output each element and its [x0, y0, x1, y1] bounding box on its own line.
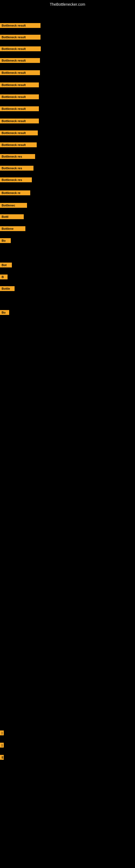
bottleneck-result-badge: Bottleneck result — [0, 130, 38, 135]
bottleneck-result-badge: | — [0, 743, 4, 748]
bottleneck-result-badge: B — [0, 275, 8, 279]
bottleneck-result-badge: Bottleneck result — [0, 106, 39, 111]
bottleneck-result-badge: E — [0, 755, 4, 760]
bottleneck-result-badge: Bottle — [0, 286, 14, 291]
bottleneck-result-badge: | — [0, 731, 4, 735]
bottleneck-result-badge: Bottleneck result — [0, 83, 39, 87]
bottleneck-result-badge: Bottleneck result — [0, 35, 41, 40]
bottleneck-result-badge: Bottleneck result — [0, 119, 39, 123]
bottleneck-result-badge: Bot — [0, 262, 12, 268]
bottleneck-result-badge: Bottleneck result — [0, 94, 39, 99]
bottleneck-result-badge: Bottleneck result — [0, 143, 37, 147]
bottleneck-result-badge: Bottleneck result — [0, 23, 41, 28]
bottleneck-result-badge: Bottleneck result — [0, 46, 41, 51]
bottleneck-result-badge: Bo — [0, 238, 11, 243]
bottleneck-result-badge: Bo — [0, 310, 9, 315]
bottleneck-result-badge: Bottlene — [0, 226, 26, 231]
bottleneck-result-badge: Bottleneck res — [0, 177, 32, 182]
bottleneck-result-badge: Bottleneck res — [0, 166, 34, 170]
bottleneck-result-badge: Bottl — [0, 214, 24, 219]
bottleneck-result-badge: Bottlenec — [0, 203, 27, 208]
bottleneck-result-badge: Bottleneck result — [0, 58, 40, 63]
bottleneck-result-badge: Bottleneck res — [0, 154, 35, 159]
bottleneck-result-badge: Bottleneck result — [0, 70, 40, 75]
bottleneck-result-badge: Bottleneck re — [0, 190, 30, 195]
site-title: TheBottlenecker.com — [0, 0, 135, 8]
